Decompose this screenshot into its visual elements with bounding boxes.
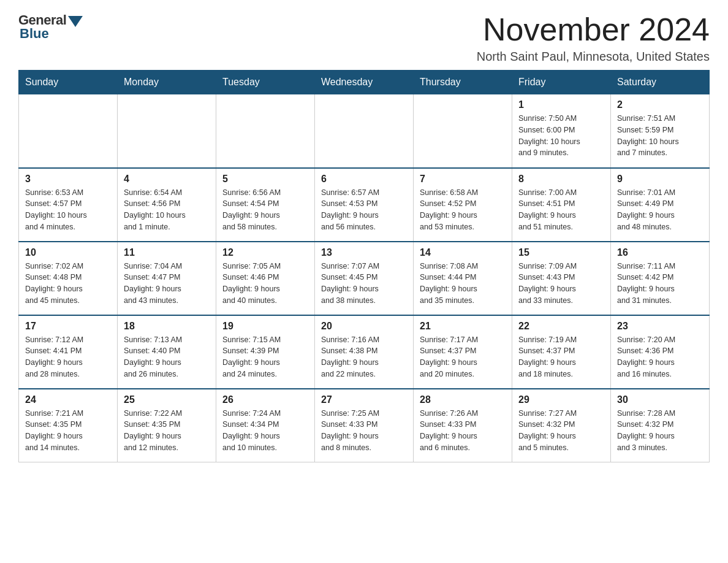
weekday-header-monday: Monday — [118, 71, 216, 94]
calendar-day-cell: 12Sunrise: 7:05 AM Sunset: 4:46 PM Dayli… — [216, 242, 315, 315]
calendar-day-cell: 24Sunrise: 7:21 AM Sunset: 4:35 PM Dayli… — [19, 389, 118, 462]
day-info: Sunrise: 7:15 AM Sunset: 4:39 PM Dayligh… — [222, 334, 308, 380]
calendar-day-cell: 4Sunrise: 6:54 AM Sunset: 4:56 PM Daylig… — [118, 168, 216, 242]
calendar-day-cell: 6Sunrise: 6:57 AM Sunset: 4:53 PM Daylig… — [315, 168, 414, 242]
calendar-day-cell: 16Sunrise: 7:11 AM Sunset: 4:42 PM Dayli… — [611, 242, 710, 315]
calendar-day-cell: 1Sunrise: 7:50 AM Sunset: 6:00 PM Daylig… — [512, 94, 611, 168]
day-number: 4 — [124, 174, 210, 185]
calendar-day-cell — [216, 94, 315, 168]
day-info: Sunrise: 6:58 AM Sunset: 4:52 PM Dayligh… — [420, 187, 506, 233]
day-number: 22 — [518, 321, 604, 332]
day-number: 29 — [518, 394, 604, 405]
calendar-day-cell: 2Sunrise: 7:51 AM Sunset: 5:59 PM Daylig… — [611, 94, 710, 168]
day-info: Sunrise: 6:57 AM Sunset: 4:53 PM Dayligh… — [321, 187, 407, 233]
weekday-header-sunday: Sunday — [19, 71, 118, 94]
location-title: North Saint Paul, Minnesota, United Stat… — [477, 50, 710, 64]
day-info: Sunrise: 7:09 AM Sunset: 4:43 PM Dayligh… — [518, 261, 604, 307]
day-info: Sunrise: 7:02 AM Sunset: 4:48 PM Dayligh… — [25, 261, 111, 307]
day-info: Sunrise: 7:04 AM Sunset: 4:47 PM Dayligh… — [124, 261, 210, 307]
day-number: 15 — [518, 247, 604, 258]
day-info: Sunrise: 7:11 AM Sunset: 4:42 PM Dayligh… — [617, 261, 703, 307]
day-number: 19 — [222, 321, 308, 332]
logo-arrow-icon — [68, 16, 83, 27]
day-number: 23 — [617, 321, 703, 332]
calendar-day-cell: 22Sunrise: 7:19 AM Sunset: 4:37 PM Dayli… — [512, 315, 611, 389]
day-info: Sunrise: 7:20 AM Sunset: 4:36 PM Dayligh… — [617, 334, 703, 380]
day-info: Sunrise: 7:27 AM Sunset: 4:32 PM Dayligh… — [518, 408, 604, 454]
day-number: 18 — [124, 321, 210, 332]
day-info: Sunrise: 6:54 AM Sunset: 4:56 PM Dayligh… — [124, 187, 210, 233]
day-number: 6 — [321, 174, 407, 185]
calendar-day-cell: 28Sunrise: 7:26 AM Sunset: 4:33 PM Dayli… — [414, 389, 512, 462]
day-number: 21 — [420, 321, 506, 332]
calendar-day-cell — [118, 94, 216, 168]
day-number: 1 — [518, 99, 604, 110]
calendar-day-cell: 15Sunrise: 7:09 AM Sunset: 4:43 PM Dayli… — [512, 242, 611, 315]
day-info: Sunrise: 6:53 AM Sunset: 4:57 PM Dayligh… — [25, 187, 111, 233]
day-info: Sunrise: 7:24 AM Sunset: 4:34 PM Dayligh… — [222, 408, 308, 454]
day-number: 9 — [617, 174, 703, 185]
day-number: 27 — [321, 394, 407, 405]
logo: General Blue — [18, 12, 83, 42]
day-number: 3 — [25, 174, 111, 185]
calendar-day-cell: 25Sunrise: 7:22 AM Sunset: 4:35 PM Dayli… — [118, 389, 216, 462]
page-header: General Blue November 2024 North Saint P… — [18, 12, 710, 64]
day-number: 30 — [617, 394, 703, 405]
day-number: 8 — [518, 174, 604, 185]
day-number: 10 — [25, 247, 111, 258]
calendar-day-cell: 7Sunrise: 6:58 AM Sunset: 4:52 PM Daylig… — [414, 168, 512, 242]
calendar-day-cell: 11Sunrise: 7:04 AM Sunset: 4:47 PM Dayli… — [118, 242, 216, 315]
calendar-day-cell: 3Sunrise: 6:53 AM Sunset: 4:57 PM Daylig… — [19, 168, 118, 242]
weekday-header-tuesday: Tuesday — [216, 71, 315, 94]
day-info: Sunrise: 7:16 AM Sunset: 4:38 PM Dayligh… — [321, 334, 407, 380]
day-info: Sunrise: 7:17 AM Sunset: 4:37 PM Dayligh… — [420, 334, 506, 380]
day-info: Sunrise: 7:22 AM Sunset: 4:35 PM Dayligh… — [124, 408, 210, 454]
calendar-header-row: SundayMondayTuesdayWednesdayThursdayFrid… — [19, 71, 710, 94]
day-number: 13 — [321, 247, 407, 258]
month-title: November 2024 — [477, 12, 710, 47]
calendar-day-cell — [414, 94, 512, 168]
day-info: Sunrise: 7:01 AM Sunset: 4:49 PM Dayligh… — [617, 187, 703, 233]
calendar-week-row: 10Sunrise: 7:02 AM Sunset: 4:48 PM Dayli… — [19, 242, 710, 315]
day-info: Sunrise: 7:07 AM Sunset: 4:45 PM Dayligh… — [321, 261, 407, 307]
calendar-day-cell: 20Sunrise: 7:16 AM Sunset: 4:38 PM Dayli… — [315, 315, 414, 389]
calendar-day-cell: 30Sunrise: 7:28 AM Sunset: 4:32 PM Dayli… — [611, 389, 710, 462]
day-info: Sunrise: 7:51 AM Sunset: 5:59 PM Dayligh… — [617, 113, 703, 159]
calendar-day-cell: 18Sunrise: 7:13 AM Sunset: 4:40 PM Dayli… — [118, 315, 216, 389]
day-info: Sunrise: 7:13 AM Sunset: 4:40 PM Dayligh… — [124, 334, 210, 380]
day-number: 24 — [25, 394, 111, 405]
day-number: 11 — [124, 247, 210, 258]
calendar-day-cell — [315, 94, 414, 168]
day-info: Sunrise: 7:05 AM Sunset: 4:46 PM Dayligh… — [222, 261, 308, 307]
day-number: 14 — [420, 247, 506, 258]
logo-blue-text: Blue — [20, 26, 49, 42]
day-number: 7 — [420, 174, 506, 185]
weekday-header-wednesday: Wednesday — [315, 71, 414, 94]
day-number: 12 — [222, 247, 308, 258]
calendar-day-cell — [19, 94, 118, 168]
calendar-day-cell: 8Sunrise: 7:00 AM Sunset: 4:51 PM Daylig… — [512, 168, 611, 242]
calendar-week-row: 3Sunrise: 6:53 AM Sunset: 4:57 PM Daylig… — [19, 168, 710, 242]
calendar-week-row: 1Sunrise: 7:50 AM Sunset: 6:00 PM Daylig… — [19, 94, 710, 168]
calendar-day-cell: 9Sunrise: 7:01 AM Sunset: 4:49 PM Daylig… — [611, 168, 710, 242]
day-number: 26 — [222, 394, 308, 405]
day-info: Sunrise: 7:08 AM Sunset: 4:44 PM Dayligh… — [420, 261, 506, 307]
day-info: Sunrise: 7:28 AM Sunset: 4:32 PM Dayligh… — [617, 408, 703, 454]
title-section: November 2024 North Saint Paul, Minnesot… — [477, 12, 710, 64]
calendar-week-row: 24Sunrise: 7:21 AM Sunset: 4:35 PM Dayli… — [19, 389, 710, 462]
weekday-header-thursday: Thursday — [414, 71, 512, 94]
day-info: Sunrise: 7:12 AM Sunset: 4:41 PM Dayligh… — [25, 334, 111, 380]
day-number: 2 — [617, 99, 703, 110]
day-info: Sunrise: 7:21 AM Sunset: 4:35 PM Dayligh… — [25, 408, 111, 454]
calendar-table: SundayMondayTuesdayWednesdayThursdayFrid… — [18, 70, 710, 462]
calendar-week-row: 17Sunrise: 7:12 AM Sunset: 4:41 PM Dayli… — [19, 315, 710, 389]
day-number: 25 — [124, 394, 210, 405]
day-info: Sunrise: 7:00 AM Sunset: 4:51 PM Dayligh… — [518, 187, 604, 233]
calendar-day-cell: 17Sunrise: 7:12 AM Sunset: 4:41 PM Dayli… — [19, 315, 118, 389]
day-number: 5 — [222, 174, 308, 185]
day-number: 20 — [321, 321, 407, 332]
calendar-day-cell: 13Sunrise: 7:07 AM Sunset: 4:45 PM Dayli… — [315, 242, 414, 315]
calendar-day-cell: 23Sunrise: 7:20 AM Sunset: 4:36 PM Dayli… — [611, 315, 710, 389]
day-info: Sunrise: 7:50 AM Sunset: 6:00 PM Dayligh… — [518, 113, 604, 159]
calendar-day-cell: 5Sunrise: 6:56 AM Sunset: 4:54 PM Daylig… — [216, 168, 315, 242]
